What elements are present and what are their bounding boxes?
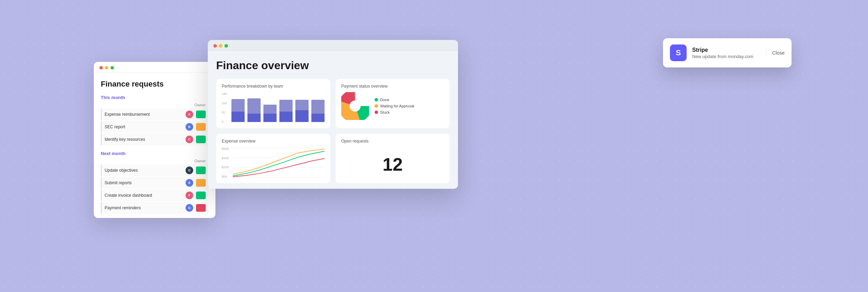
performance-chart-title: Performance breakdown by team [222,84,325,89]
bar-top [231,99,245,112]
avatar-group: D [186,167,193,174]
bar-y-axis: 150 100 50 0 [222,92,227,123]
overview-title: Finance overview [216,59,450,72]
legend-label-waiting: Waiting for Approval [380,104,414,108]
legend-dot-stuck [375,111,378,114]
bar-top [311,100,325,114]
pie-container: Done Waiting for Approval Stuck [341,92,444,120]
stripe-notification: S Stripe New update from monday.com Clos… [663,38,792,67]
bar-top [263,105,277,114]
stripe-name: Stripe [692,47,761,53]
avatar: C [186,136,193,143]
list-item[interactable]: SEC report B [101,121,208,133]
close-dot[interactable] [99,66,103,70]
legend-stuck: Stuck [375,110,414,114]
pie-legend: Done Waiting for Approval Stuck [375,98,414,114]
bar-top [295,100,309,110]
open-requests-card: Open requests 12 [336,134,450,183]
list-item[interactable]: Identify key resources C [101,133,208,145]
avatar-group: C [186,136,193,143]
avatar-group: A [186,111,193,118]
legend-label-stuck: Stuck [380,110,390,114]
status-pill [196,136,206,143]
open-requests-value: 12 [341,147,444,175]
payment-status-card: Payment status overview Done [336,79,450,128]
list-item[interactable]: Expense reimbursement A [101,108,208,120]
open-requests-title: Open requests [341,139,444,144]
item-name: Submit reports [105,180,186,185]
window-controls-overview [213,44,452,48]
bar-bottom [311,114,325,122]
line-orange [233,149,325,174]
close-dot-overview[interactable] [213,44,217,48]
stripe-logo: S [670,44,687,61]
expense-overview-card: Expense overview $60K $40K $20K $0K [216,134,330,183]
stripe-subtitle: New update from monday.com [692,54,761,59]
status-pill [196,111,206,118]
titlebar-requests [94,62,215,73]
legend-dot-waiting [375,104,378,108]
bar-bottom [231,112,245,122]
avatar-group: G [186,204,193,212]
item-name: Create invoice dashboard [105,193,186,198]
item-name: Expense reimbursement [105,112,186,117]
bar-bottom [247,114,261,122]
line-chart-svg [233,147,325,178]
charts-grid: Performance breakdown by team 150 100 50… [216,79,450,183]
avatar-group: F [186,192,193,199]
bar-bottom [263,114,277,122]
item-name: SEC report [105,124,186,129]
window-controls [99,66,210,70]
status-pill [196,204,206,212]
avatar: B [186,123,193,131]
list-item[interactable]: Update objectives D [101,164,208,176]
bar-bottom [295,110,309,122]
maximize-dot[interactable] [110,66,114,70]
bar-group [263,105,277,122]
bar-group [279,100,293,122]
item-name: Update objectives [105,168,186,173]
avatar: F [186,192,193,199]
bar-group [247,98,261,122]
legend-label-done: Done [380,98,389,102]
payment-status-title: Payment status overview [341,84,444,89]
bar-top [247,98,261,114]
avatar: E [186,179,193,187]
minimize-dot-overview[interactable] [219,44,222,48]
status-pill [196,123,206,131]
legend-dot-done [375,98,378,102]
bar-chart-bars [231,92,325,123]
avatar-group: B [186,123,193,131]
status-pill [196,192,206,199]
line-green [233,151,325,176]
this-month-label: This month [101,95,208,100]
list-item[interactable]: Payment reminders G [101,202,208,214]
status-pill [196,179,206,187]
expense-overview-title: Expense overview [222,139,325,144]
avatar: A [186,111,193,118]
item-name: Payment reminders [105,205,186,210]
titlebar-overview [208,40,458,51]
next-month-label: Next month [101,151,208,156]
avatar: D [186,167,193,174]
finance-requests-window: Finance requests This month Owner Expens… [94,62,215,218]
list-item[interactable]: Submit reports E [101,177,208,189]
legend-done: Done [375,98,414,102]
minimize-dot[interactable] [105,66,108,70]
bar-top [279,100,293,112]
avatar: G [186,204,193,212]
overview-body: Finance overview Performance breakdown b… [208,51,458,189]
list-item[interactable]: Create invoice dashboard F [101,189,208,201]
maximize-dot-overview[interactable] [224,44,228,48]
stripe-text-content: Stripe New update from monday.com [692,47,761,59]
bar-group [295,100,309,122]
close-button[interactable]: Close [766,50,785,56]
finance-overview-window: Finance overview Performance breakdown b… [208,40,458,189]
requests-title: Finance requests [101,80,208,89]
bar-group [311,100,325,122]
performance-chart-card: Performance breakdown by team 150 100 50… [216,79,330,128]
legend-waiting: Waiting for Approval [375,104,414,108]
status-pill [196,167,206,174]
bar-group [231,99,245,122]
line-y-axis: $60K $40K $20K $0K [222,147,229,178]
